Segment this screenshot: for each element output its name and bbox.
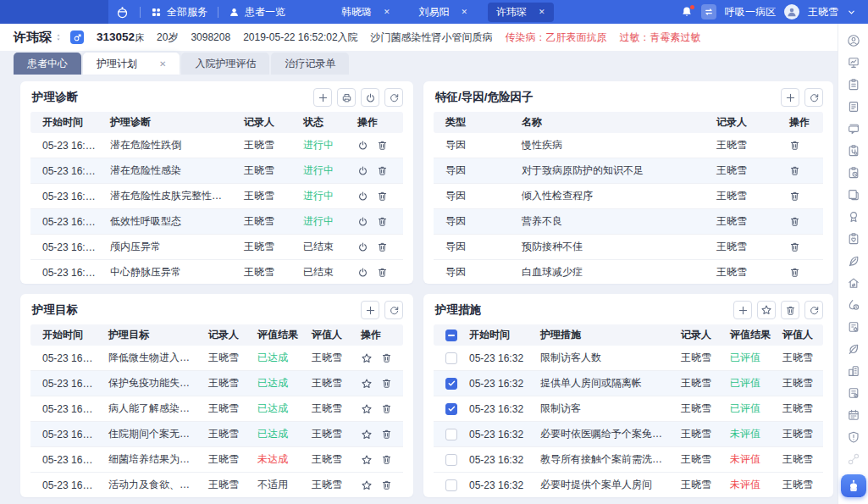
table-row[interactable]: 05-23 16:32中心静脉压异常王晓雪已结束 [30,260,403,285]
close-icon[interactable]: ✕ [384,8,390,16]
notification-bell-icon[interactable] [681,6,693,18]
add-button[interactable] [313,88,332,107]
select-all-checkbox[interactable] [445,330,457,341]
delete-button[interactable] [381,352,392,363]
table-row[interactable]: 05-23 16:32细菌培养结果为阴性王晓雪未达成王晓雪 [30,447,403,473]
add-button[interactable] [733,301,752,319]
user-avatar[interactable] [784,4,799,19]
table-row[interactable]: 05-23 16:32住院期间个案无发生感染…王晓雪已达成王晓雪 [30,422,403,447]
favorite-button[interactable] [361,454,373,466]
chart-board-icon[interactable] [847,56,860,69]
favorite-button[interactable] [361,352,373,364]
ward-name[interactable]: 呼吸一病区 [725,5,776,19]
favorite-button[interactable] [361,403,373,415]
delete-button[interactable] [789,241,800,252]
patient-list-button[interactable]: 患者一览 [229,5,285,19]
table-row[interactable]: 05-23 16:32必要时提供个案单人房间王晓雪未评值王晓雪 [434,473,823,498]
table-row[interactable]: 05-23 16:32保护免疫功能失调之个体…王晓雪已达成王晓雪 [30,371,403,396]
feather-icon[interactable] [847,254,860,268]
document-icon[interactable] [847,100,860,114]
chat-icon[interactable] [847,122,860,136]
calendar-icon[interactable] [847,408,860,422]
table-row[interactable]: 导因倾入性检查程序王晓雪 [434,184,823,209]
clipboard-list-icon[interactable] [847,78,860,91]
table-row[interactable]: 05-23 16:32限制访客王晓雪已评值王晓雪 [434,396,823,422]
delete-button[interactable] [381,429,392,440]
row-checkbox[interactable] [445,479,457,491]
refresh-button[interactable] [804,301,823,319]
shield-alert-icon[interactable] [847,430,860,444]
clipboard-heart-icon[interactable] [847,232,860,246]
all-services-button[interactable]: 全部服务 [151,5,207,19]
delete-button[interactable] [789,191,800,202]
delete-button[interactable] [789,140,800,151]
table-row[interactable]: 05-23 16:32潜在危险性跌倒王晓雪进行中 [30,133,403,158]
table-row[interactable]: 05-23 16:32潜在危险性感染王晓雪进行中 [30,158,403,184]
delete-button[interactable] [789,216,800,227]
topbar-patient-tab[interactable]: 刘易阳✕ [411,3,477,22]
document-note-icon[interactable] [847,386,860,400]
delete-button[interactable] [377,165,388,176]
ward-switch-icon[interactable] [701,4,716,19]
close-icon[interactable]: ✕ [539,8,545,16]
delete-button[interactable] [377,241,388,252]
favorite-button[interactable] [361,378,373,390]
favorite-button[interactable] [757,301,776,319]
end-button[interactable] [361,88,379,107]
delete-button[interactable] [381,378,392,389]
refresh-button[interactable] [804,88,823,107]
end-diagnosis-button[interactable] [357,191,368,202]
delete-button[interactable] [381,454,392,465]
page-tab[interactable]: 入院护理评估 [181,53,269,75]
building-chart-icon[interactable] [847,364,860,378]
user-name[interactable]: 王晓雪 [808,5,838,19]
delete-button[interactable] [381,479,392,490]
add-button[interactable] [361,301,379,319]
table-row[interactable]: 导因白血球减少症王晓雪 [434,260,823,285]
table-row[interactable]: 导因营养不良王晓雪 [434,209,823,235]
delete-button[interactable] [377,216,388,227]
copy-documents-icon[interactable] [847,188,860,202]
close-icon[interactable]: ✕ [159,59,166,69]
topbar-patient-tab[interactable]: 韩晓璐✕ [333,3,399,22]
table-row[interactable]: 05-23 16:32提供单人房间或隔离帐王晓雪已评值王晓雪 [434,371,823,396]
close-icon[interactable]: ✕ [462,8,468,16]
delete-button[interactable] [789,165,800,176]
page-tab[interactable]: 治疗记录单 [271,53,349,75]
table-row[interactable]: 导因对于致病原防护的知识不足王晓雪 [434,158,823,184]
table-row[interactable]: 05-23 16:32病人能了解感染传播的危…王晓雪已达成王晓雪 [30,396,403,422]
delete-button[interactable] [377,191,388,202]
end-diagnosis-button[interactable] [357,216,368,227]
table-row[interactable]: 05-23 16:32颅内压异常王晓雪已结束 [30,235,403,260]
table-row[interactable]: 05-23 16:32必要时依医嘱给予个案免疫球蛋白王晓雪未评值王晓雪 [434,422,823,447]
delete-button[interactable] [789,267,800,278]
chevron-down-icon[interactable] [847,8,856,17]
table-row[interactable]: 导因预防接种不佳王晓雪 [434,235,823,260]
table-row[interactable]: 05-23 16:32教导所有接触个案前需洗手及戴口罩王晓雪未评值王晓雪 [434,447,823,473]
link-icon[interactable] [847,452,860,466]
table-row[interactable]: 05-23 16:32限制访客人数王晓雪已评值王晓雪 [434,346,823,371]
leaf-icon[interactable] [847,342,860,356]
favorite-button[interactable] [361,429,373,440]
topbar-patient-tab[interactable]: 许玮琛✕ [488,3,554,22]
table-row[interactable]: 05-23 16:32潜在危险性皮肤完整性受损王晓雪进行中 [30,184,403,209]
favorite-button[interactable] [361,479,373,491]
ribbon-badge-icon[interactable] [847,210,860,224]
row-checkbox[interactable] [445,403,457,415]
delete-button[interactable] [377,267,388,278]
ai-assistant-button[interactable] [841,474,866,497]
end-diagnosis-button[interactable] [357,140,368,151]
end-diagnosis-button[interactable] [357,165,368,176]
droplet-clock-icon[interactable] [847,298,860,312]
clipboard-clock-icon[interactable] [847,166,860,180]
add-button[interactable] [781,88,799,107]
page-tab[interactable]: 护理计划✕ [83,53,180,75]
table-row[interactable]: 导因慢性疾病王晓雪 [434,133,823,158]
patient-name[interactable]: 许玮琛 [14,30,63,46]
table-row[interactable]: 05-23 16:32活动力及食欲、消化良好王晓雪不适用王晓雪 [30,473,403,498]
home-sync-icon[interactable] [847,276,860,290]
row-checkbox[interactable] [445,454,457,466]
refresh-button[interactable] [384,301,403,319]
delete-button[interactable] [381,403,392,414]
user-circle-icon[interactable] [847,34,860,47]
